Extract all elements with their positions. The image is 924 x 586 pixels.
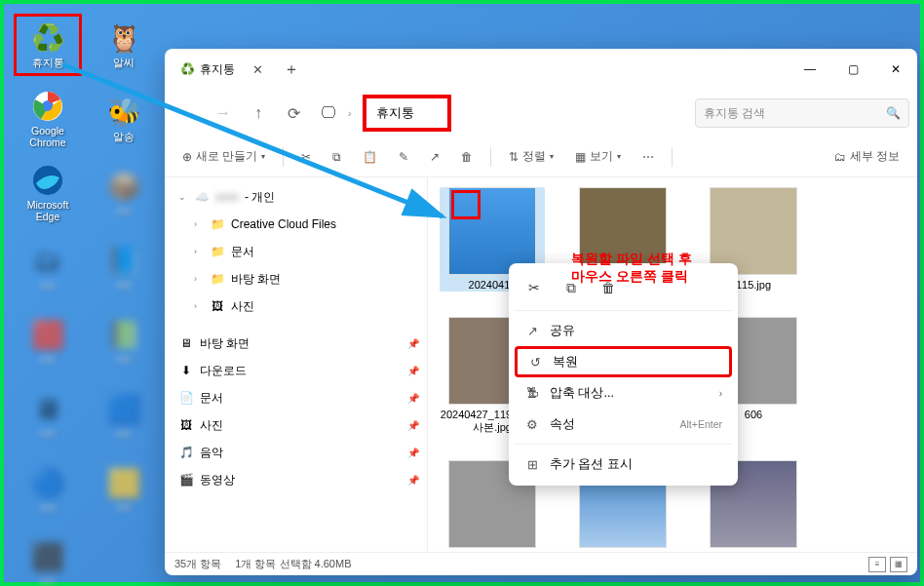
selected-info: 1개 항목 선택함 4.60MB [235,557,351,571]
more-button[interactable]: ⋯ [635,142,662,172]
sidebar-item-quick-downloads[interactable]: ⬇ 다운로드 📌 [165,357,427,384]
restore-icon: ↺ [527,355,543,370]
ctx-label: 압축 대상... [550,385,614,402]
pin-icon: 📌 [407,393,419,404]
view-button[interactable]: ▦ 보기 ▾ [567,142,629,172]
sidebar-item-quick-desktop[interactable]: 🖥 바탕 화면 📌 [165,330,427,357]
sidebar-item-quick-videos[interactable]: 🎬 동영상 📌 [165,466,427,493]
sort-icon: ⇅ [509,150,519,164]
desktop-icon-blurred[interactable]: 🖥xxx [14,384,82,447]
ctx-label: 공유 [550,323,575,339]
desktop-icon-blurred[interactable]: ⬛xxx [14,532,82,586]
pin-icon: 📌 [407,366,419,376]
image-icon: 🖼 [178,418,194,432]
search-input[interactable]: 휴지통 검색 🔍 [695,98,909,128]
chevron-down-icon: ▾ [550,152,554,161]
desktop-icon-blurred[interactable]: 🟦xxx [90,384,158,447]
trash-icon: 🗑 [461,150,473,164]
context-menu: ✂ ⧉ 🗑 ↗ 공유 ↺ 복원 🗜 압축 대상... › ⚙ 속성 Alt+En… [509,263,738,486]
details-label: 세부 정보 [850,148,900,165]
sidebar-label: 문서 [200,390,223,407]
chevron-right-icon: › [194,274,204,284]
video-icon: 🎬 [178,473,194,487]
chevron-right-icon: › [194,301,204,311]
document-icon: 📄 [178,391,194,405]
search-icon: 🔍 [886,106,901,120]
item-count: 35개 항목 [174,557,221,571]
image-icon: 🖼 [210,299,225,313]
pin-icon: 📌 [407,475,419,486]
desktop-icon: 🖥 [178,336,194,350]
ctx-label: 속성 [550,416,575,433]
sidebar-item-quick-pictures[interactable]: 🖼 사진 📌 [165,411,427,439]
chevron-right-icon: › [719,388,722,399]
svg-line-3 [62,64,443,216]
desktop-icon-blurred[interactable]: 📘xxx [90,236,158,298]
annotation-arrow [43,43,462,238]
status-bar: 35개 항목 1개 항목 선택함 4.60MB ≡ ▦ [165,552,917,575]
chevron-right-icon: › [194,247,204,256]
desktop: ♻️ 휴지통 🦉 알씨 Google Chrome 🐝 알송 Microsoft… [4,4,920,582]
ctx-share[interactable]: ↗ 공유 [515,315,732,346]
divider [515,444,732,445]
ctx-cut-button[interactable]: ✂ [519,273,550,302]
sidebar-label: 음악 [200,445,223,461]
desktop-icon-blurred[interactable]: 📗xxx [90,310,158,372]
sidebar-item-pictures[interactable]: › 🖼 사진 [165,293,427,320]
search-placeholder: 휴지통 검색 [704,105,765,122]
file-name: 606 [745,409,762,421]
sidebar-item-desktop[interactable]: › 📁 바탕 화면 [165,265,427,293]
desktop-icon-blurred[interactable]: 🟥xxx [14,310,82,372]
file-name: 115.jpg [736,279,771,292]
compress-icon: 🗜 [524,386,540,400]
sidebar-label: 바탕 화면 [231,271,281,288]
chevron-down-icon: ▾ [617,152,621,161]
window-controls: ― ▢ ✕ [789,54,917,85]
divider [672,147,673,167]
annotation-line: 복원할 파일 선택 후 [571,250,692,267]
more-icon: ⋯ [642,150,654,164]
pin-icon: 📌 [407,420,419,431]
pin-icon: 📌 [407,338,419,349]
sidebar-label: 사진 [231,298,254,315]
maximize-button[interactable]: ▢ [831,54,874,85]
sort-button[interactable]: ⇅ 정렬 ▾ [501,142,561,172]
grid-view-button[interactable]: ▦ [890,557,907,572]
desktop-icon-blurred[interactable]: 🟨xxx [90,458,158,521]
ctx-shortcut: Alt+Enter [680,418,722,430]
sidebar-label: 다운로드 [200,363,247,379]
sidebar-item-quick-music[interactable]: 🎵 음악 📌 [165,439,427,466]
ctx-compress[interactable]: 🗜 압축 대상... › [515,377,732,409]
ctx-more-options[interactable]: ⊞ 추가 옵션 표시 [515,449,732,480]
details-pane-button[interactable]: 🗂 세부 정보 [827,142,907,172]
desktop-icon-blurred[interactable]: 🔵xxx [14,458,82,521]
desktop-icon-blurred[interactable]: 🗂xxx [14,236,82,298]
sidebar-item-quick-documents[interactable]: 📄 문서 📌 [165,384,427,411]
sidebar-label: 바탕 화면 [200,335,250,352]
folder-icon: 📁 [210,272,225,286]
divider [490,147,491,167]
folder-icon: 📁 [210,245,225,258]
close-button[interactable]: ✕ [874,54,917,85]
view-icon: ▦ [575,150,586,164]
file-thumbnail [710,187,797,275]
sidebar-item-documents[interactable]: › 📁 문서 [165,238,427,265]
sidebar-label: 문서 [231,244,254,260]
more-icon: ⊞ [524,457,540,472]
share-icon: ↗ [524,324,540,338]
details-icon: 🗂 [834,150,846,164]
minimize-button[interactable]: ― [789,54,831,85]
ctx-restore[interactable]: ↺ 복원 [515,346,732,377]
sidebar-label: 동영상 [200,472,235,488]
view-label: 보기 [590,148,613,165]
ctx-label: 추가 옵션 표시 [550,456,633,473]
pin-icon: 📌 [407,448,419,458]
ctx-properties[interactable]: ⚙ 속성 Alt+Enter [515,409,732,440]
scissors-icon: ✂ [528,280,540,295]
sort-label: 정렬 [522,148,546,165]
sidebar-label: 사진 [200,417,223,434]
ctx-label: 복원 [553,354,578,371]
annotation-line: 마우스 오른쪽 클릭 [571,267,692,285]
music-icon: 🎵 [178,446,194,459]
list-view-button[interactable]: ≡ [868,557,886,572]
